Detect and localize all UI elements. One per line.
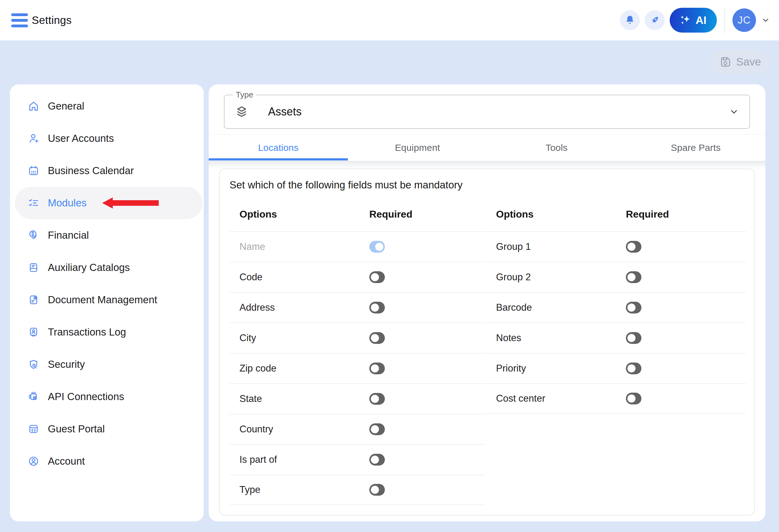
select-arrow-icon xyxy=(729,107,739,117)
field-row-city: City xyxy=(230,323,485,353)
sidebar-item-document-management[interactable]: Document Management xyxy=(15,284,202,316)
notifications-button[interactable] xyxy=(620,10,640,30)
required-toggle-name xyxy=(369,241,385,253)
layers-icon xyxy=(235,105,249,119)
sidebar-item-label: Account xyxy=(48,455,85,467)
sidebar-item-label: Security xyxy=(48,358,85,370)
required-toggle-barcode[interactable] xyxy=(626,302,642,314)
bell-icon xyxy=(624,14,636,26)
avatar[interactable]: JC xyxy=(732,8,756,32)
required-toggle-code[interactable] xyxy=(369,271,385,283)
sidebar-item-label: Transactions Log xyxy=(48,326,126,338)
shield-icon xyxy=(27,358,40,371)
required-toggle-type[interactable] xyxy=(369,484,385,496)
field-label: State xyxy=(230,393,262,404)
required-toggle-group-1[interactable] xyxy=(626,241,642,253)
required-toggle-country[interactable] xyxy=(369,423,385,435)
required-toggle-group-2[interactable] xyxy=(626,271,642,283)
sidebar-item-label: Business Calendar xyxy=(48,165,134,177)
save-button[interactable]: Save xyxy=(710,50,769,74)
ai-button-label: AI xyxy=(696,14,707,26)
sidebar-item-label: User Accounts xyxy=(48,133,114,144)
save-icon xyxy=(719,55,732,68)
sidebar-item-label: General xyxy=(48,100,84,112)
field-label: Type xyxy=(230,484,260,495)
sidebar-item-label: Auxiliary Catalogs xyxy=(48,262,130,273)
sidebar-nav: GeneralUser AccountsBusiness CalendarMod… xyxy=(10,90,204,477)
field-row-zip-code: Zip code xyxy=(230,353,485,383)
table-header-row: OptionsRequired xyxy=(486,197,746,231)
sidebar-item-security[interactable]: Security xyxy=(15,348,202,381)
required-toggle-address[interactable] xyxy=(369,302,385,314)
field-row-is-part-of: Is part of xyxy=(230,444,485,475)
column-header-options: Options xyxy=(486,209,534,220)
sidebar-item-account[interactable]: Account xyxy=(15,445,202,477)
field-label: Cost center xyxy=(486,393,545,404)
sidebar-item-auxiliary-catalogs[interactable]: Auxiliary Catalogs xyxy=(15,251,202,284)
required-toggle-zip-code[interactable] xyxy=(369,362,385,374)
field-row-cost-center: Cost center xyxy=(486,383,746,414)
doc-clock-icon xyxy=(27,293,40,306)
tab-equipment[interactable]: Equipment xyxy=(348,135,487,160)
field-label: Notes xyxy=(486,332,521,344)
field-row-code: Code xyxy=(230,262,485,292)
sidebar-item-guest-portal[interactable]: Guest Portal xyxy=(15,413,202,445)
field-label: Name xyxy=(230,241,265,252)
column-header-options: Options xyxy=(230,209,277,220)
sidebar-item-api-connections[interactable]: API Connections xyxy=(15,381,202,413)
checklist-icon xyxy=(27,197,40,209)
fields-table-right: OptionsRequiredGroup 1Group 2BarcodeNote… xyxy=(486,197,746,414)
field-label: Group 1 xyxy=(486,241,531,252)
field-label: Address xyxy=(230,302,275,313)
topbar-actions: AI JC xyxy=(620,0,770,40)
main-content-card: Type Assets LocationsEquipmentToolsSpare… xyxy=(209,84,765,521)
field-label: City xyxy=(230,332,256,344)
field-label: Group 2 xyxy=(486,272,531,283)
field-label: Is part of xyxy=(230,454,277,465)
field-label: Priority xyxy=(486,363,526,374)
required-toggle-is-part-of[interactable] xyxy=(369,454,385,466)
ai-button[interactable]: AI xyxy=(670,8,717,32)
required-toggle-cost-center[interactable] xyxy=(626,393,642,404)
chevron-down-icon[interactable] xyxy=(761,15,770,25)
tab-tools[interactable]: Tools xyxy=(487,135,626,160)
field-row-group-1: Group 1 xyxy=(486,231,746,262)
sidebar-item-general[interactable]: General xyxy=(15,90,202,122)
field-label: Zip code xyxy=(230,363,277,374)
field-label: Code xyxy=(230,272,262,283)
tab-label: Locations xyxy=(258,142,298,153)
tab-spare-parts[interactable]: Spare Parts xyxy=(626,135,765,160)
browser-code-icon xyxy=(27,423,40,435)
tab-label: Equipment xyxy=(395,142,440,153)
sidebar-item-transactions-log[interactable]: Transactions Log xyxy=(15,316,202,348)
field-row-barcode: Barcode xyxy=(486,292,746,323)
sidebar-item-modules[interactable]: Modules xyxy=(15,187,202,219)
field-row-state: State xyxy=(230,383,485,414)
required-toggle-priority[interactable] xyxy=(626,362,642,374)
page-title: Settings xyxy=(32,0,72,40)
type-select[interactable]: Type Assets xyxy=(224,95,750,129)
tab-locations[interactable]: Locations xyxy=(209,135,348,160)
sidebar-item-label: Document Management xyxy=(48,294,157,306)
required-toggle-notes[interactable] xyxy=(626,332,642,344)
whats-new-button[interactable] xyxy=(645,10,665,30)
field-row-address: Address xyxy=(230,292,485,323)
sidebar-item-financial[interactable]: Financial xyxy=(15,219,202,251)
settings-sidebar: GeneralUser AccountsBusiness CalendarMod… xyxy=(10,84,204,521)
required-toggle-city[interactable] xyxy=(369,332,385,344)
top-app-bar: Settings AI xyxy=(0,0,779,40)
rocket-icon xyxy=(649,14,661,26)
menu-icon[interactable] xyxy=(11,13,28,27)
sidebar-item-user-accounts[interactable]: User Accounts xyxy=(15,122,202,154)
user-circle-icon xyxy=(27,455,40,467)
tab-label: Spare Parts xyxy=(671,142,721,153)
sidebar-item-label: Modules xyxy=(48,197,87,209)
book-icon xyxy=(27,261,40,274)
save-button-label: Save xyxy=(736,56,761,68)
calendar-icon xyxy=(27,164,40,177)
topbar-divider xyxy=(724,7,725,33)
required-toggle-state[interactable] xyxy=(369,393,385,405)
table-header-row: OptionsRequired xyxy=(230,197,485,231)
sidebar-item-business-calendar[interactable]: Business Calendar xyxy=(15,154,202,187)
sidebar-item-label: Guest Portal xyxy=(48,423,105,435)
